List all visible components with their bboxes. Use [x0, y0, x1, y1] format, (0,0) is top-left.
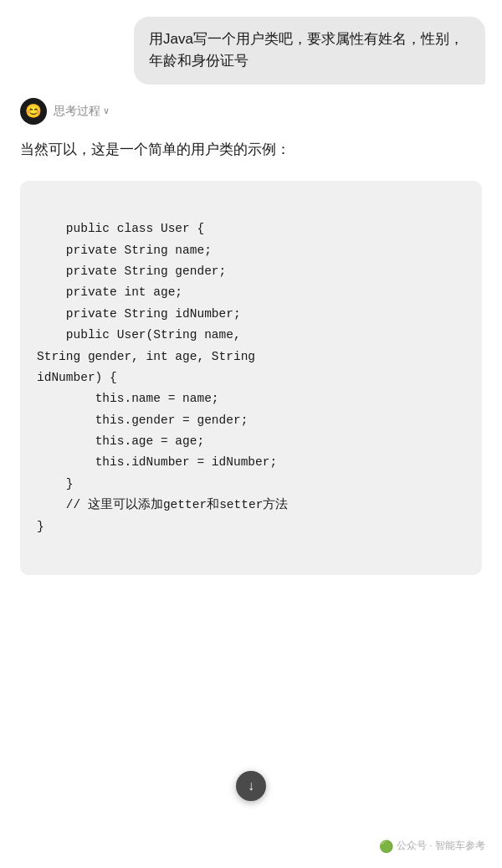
watermark: 🟢 公众号 · 智能车参考: [379, 839, 485, 853]
thinking-row: 😊 思考过程 ∨: [17, 98, 485, 125]
user-message: 用Java写一个用户类吧，要求属性有姓名，性别，年龄和身份证号: [17, 17, 485, 85]
thinking-label-button[interactable]: 思考过程 ∨: [54, 104, 110, 119]
ai-intro: 当然可以，这是一个简单的用户类的示例：: [20, 141, 290, 157]
avatar: 😊: [20, 98, 47, 125]
scroll-down-button[interactable]: ↓: [236, 771, 266, 801]
watermark-text: 公众号 · 智能车参考: [397, 839, 485, 853]
ai-response-text: 当然可以，这是一个简单的用户类的示例：: [17, 138, 485, 161]
chat-container: 用Java写一个用户类吧，要求属性有姓名，性别，年龄和身份证号 😊 思考过程 ∨…: [0, 0, 502, 625]
user-bubble: 用Java写一个用户类吧，要求属性有姓名，性别，年龄和身份证号: [134, 17, 485, 85]
code-block: public class User { private String name;…: [20, 181, 482, 575]
thinking-label-text: 思考过程: [54, 104, 100, 119]
avatar-icon: 😊: [25, 105, 42, 118]
scroll-down-icon: ↓: [248, 778, 254, 794]
chevron-down-icon: ∨: [103, 105, 110, 116]
user-message-text: 用Java写一个用户类吧，要求属性有姓名，性别，年龄和身份证号: [149, 31, 464, 69]
code-content: public class User { private String name;…: [37, 222, 288, 532]
wechat-icon: 🟢: [379, 840, 393, 853]
